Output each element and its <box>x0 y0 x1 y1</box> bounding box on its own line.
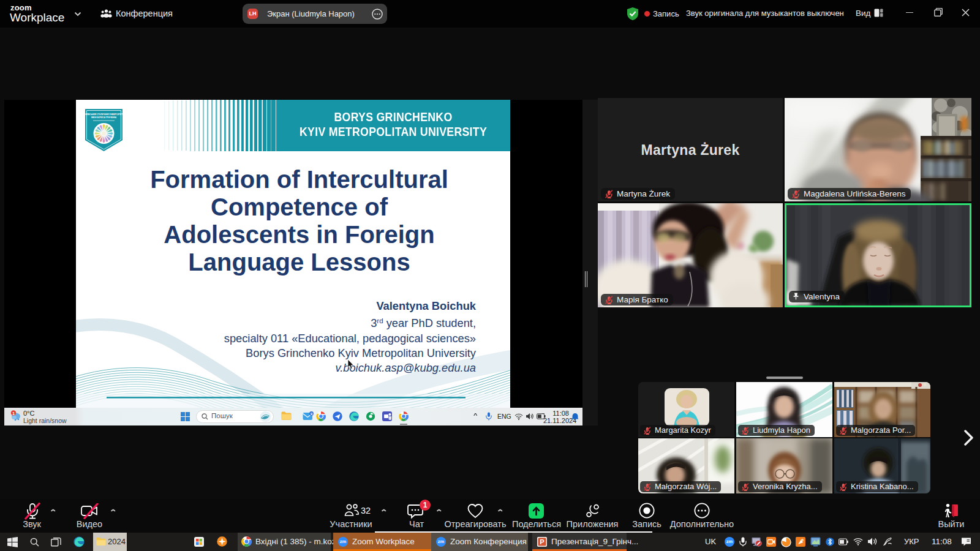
svg-text:P: P <box>540 538 544 545</box>
svg-text:1: 1 <box>12 411 15 416</box>
svg-text:ІМЕНІ БОРИСА ГРІНЧЕНКА: ІМЕНІ БОРИСА ГРІНЧЕНКА <box>91 116 117 119</box>
svg-text:КИЇВСЬКИЙ СТОЛИЧНИЙ УНІВЕРСИТЕ: КИЇВСЬКИЙ СТОЛИЧНИЙ УНІВЕРСИТЕТ <box>85 113 123 116</box>
svg-text:9: 9 <box>311 412 312 416</box>
